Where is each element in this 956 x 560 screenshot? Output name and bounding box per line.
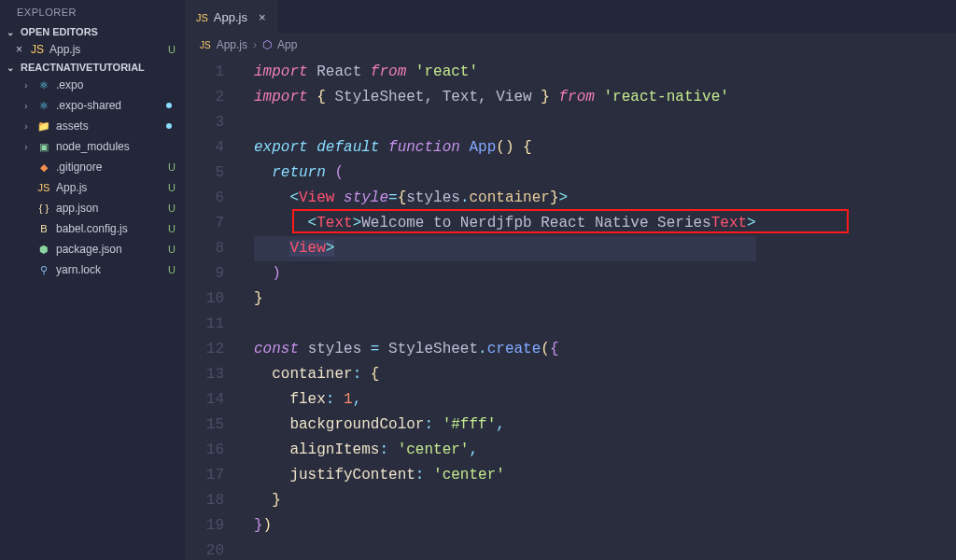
tab-label: App.js [214, 10, 247, 24]
modified-dot-icon [166, 123, 172, 129]
line-number: 19 [185, 513, 224, 539]
code-line[interactable]: backgroundColor: '#fff', [254, 413, 756, 438]
chevron-right-icon: › [253, 38, 257, 51]
code-line[interactable]: <View style={styles.container}> [254, 186, 756, 211]
line-number-gutter: 1234567891011121314151617181920 [185, 56, 239, 560]
file-icon: ◆ [36, 161, 51, 174]
tab-app-js[interactable]: JS App.js × [185, 0, 278, 34]
tree-item-label: yarn.lock [56, 263, 101, 276]
tree-item--gitignore[interactable]: ◆.gitignoreU [0, 157, 185, 177]
symbol-icon: ⬡ [262, 38, 272, 51]
code-line[interactable]: <Text>Welcome to Nerdjfpb React Native S… [254, 211, 756, 236]
git-status-badge: U [168, 203, 176, 214]
file-icon: ▣ [36, 141, 51, 153]
file-icon: ⬢ [36, 244, 51, 256]
code-lines[interactable]: import React from 'react'import { StyleS… [239, 56, 756, 560]
line-number: 20 [185, 539, 224, 560]
code-line[interactable] [254, 110, 756, 135]
file-icon: JS [36, 182, 51, 193]
tree-item-label: app.json [56, 202, 98, 215]
modified-dot-icon [166, 103, 172, 108]
tree-item-app-json[interactable]: { }app.jsonU [0, 198, 185, 218]
line-number: 13 [185, 362, 224, 387]
line-number: 11 [185, 312, 224, 337]
git-status-badge: U [168, 223, 176, 234]
code-line[interactable]: justifyContent: 'center' [254, 463, 756, 488]
file-icon: ⚛ [36, 79, 51, 91]
tree-item--expo[interactable]: ›⚛.expo [0, 75, 185, 95]
tree-item-label: babel.config.js [56, 222, 128, 235]
line-number: 2 [185, 85, 224, 110]
tree-item-node-modules[interactable]: ›▣node_modules [0, 136, 185, 157]
file-icon: 📁 [36, 120, 51, 133]
chevron-right-icon: › [21, 101, 32, 111]
code-line[interactable] [254, 539, 756, 560]
code-line[interactable]: } [254, 287, 756, 312]
line-number: 1 [185, 60, 224, 85]
chevron-right-icon: › [21, 142, 32, 152]
code-line[interactable]: alignItems: 'center', [254, 438, 756, 463]
tree-item-assets[interactable]: ›📁assets [0, 116, 185, 136]
tree-item-label: .gitignore [56, 161, 102, 174]
code-line[interactable]: export default function App() { [254, 135, 756, 161]
git-status-badge: U [168, 182, 176, 193]
code-line[interactable]: }) [254, 513, 756, 539]
file-icon: ⚛ [36, 100, 51, 112]
code-line[interactable]: View> [254, 236, 756, 261]
editor-area: JS App.js × JS App.js › ⬡ App 1234567891… [185, 0, 956, 560]
code-line[interactable]: } [254, 488, 756, 513]
code-line[interactable]: import React from 'react' [254, 60, 756, 85]
code-line[interactable]: return ( [254, 161, 756, 186]
tree-item-babel-config-js[interactable]: Bbabel.config.jsU [0, 218, 185, 239]
git-status-badge: U [168, 264, 176, 275]
tree-item-label: assets [56, 119, 89, 133]
breadcrumb-file[interactable]: App.js [217, 38, 247, 51]
line-number: 12 [185, 337, 224, 362]
line-number: 5 [185, 161, 224, 186]
line-number: 7 [185, 211, 224, 236]
chevron-down-icon: ⌄ [4, 63, 17, 73]
git-status-badge: U [168, 161, 176, 173]
file-tree: ›⚛.expo›⚛.expo-shared›📁assets›▣node_modu… [0, 75, 185, 280]
code-line[interactable]: ) [254, 261, 756, 287]
tree-item-label: App.js [56, 181, 87, 194]
tree-item--expo-shared[interactable]: ›⚛.expo-shared [0, 95, 185, 116]
open-editors-header[interactable]: ⌄ OPEN EDITORS [0, 24, 185, 39]
git-status-badge: U [168, 244, 176, 255]
tree-item-app-js[interactable]: JSApp.jsU [0, 177, 185, 198]
git-status-badge: U [168, 44, 176, 55]
open-editor-label: App.js [49, 43, 80, 56]
js-file-icon: JS [200, 40, 211, 50]
line-number: 14 [185, 387, 224, 413]
code-editor[interactable]: 1234567891011121314151617181920 import R… [185, 56, 956, 560]
breadcrumb[interactable]: JS App.js › ⬡ App [185, 34, 956, 56]
line-number: 9 [185, 261, 224, 287]
close-icon[interactable]: × [13, 43, 25, 56]
code-line[interactable]: import { StyleSheet, Text, View } from '… [254, 85, 756, 110]
line-number: 17 [185, 463, 224, 488]
line-number: 4 [185, 135, 224, 161]
line-number: 3 [185, 110, 224, 135]
code-line[interactable]: const styles = StyleSheet.create({ [254, 337, 756, 362]
line-number: 18 [185, 488, 224, 513]
tree-item-label: .expo [56, 78, 83, 91]
close-icon[interactable]: × [253, 10, 266, 24]
project-name: REACTNATIVETUTORIAL [21, 62, 145, 73]
chevron-right-icon: › [21, 121, 32, 132]
file-icon: { } [36, 203, 51, 214]
tree-item-label: node_modules [56, 140, 130, 153]
chevron-right-icon: › [21, 80, 32, 91]
line-number: 15 [185, 413, 224, 438]
project-header[interactable]: ⌄ REACTNATIVETUTORIAL [0, 60, 185, 75]
line-number: 10 [185, 287, 224, 312]
open-editor-item[interactable]: × JS App.js U [0, 39, 185, 60]
tree-item-yarn-lock[interactable]: ⚲yarn.lockU [0, 259, 185, 280]
js-file-icon: JS [196, 12, 208, 23]
breadcrumb-symbol[interactable]: App [277, 38, 297, 51]
code-line[interactable] [254, 312, 756, 337]
tree-item-package-json[interactable]: ⬢package.jsonU [0, 239, 185, 259]
chevron-down-icon: ⌄ [4, 27, 17, 37]
line-number: 8 [185, 236, 224, 261]
code-line[interactable]: flex: 1, [254, 387, 756, 413]
code-line[interactable]: container: { [254, 362, 756, 387]
